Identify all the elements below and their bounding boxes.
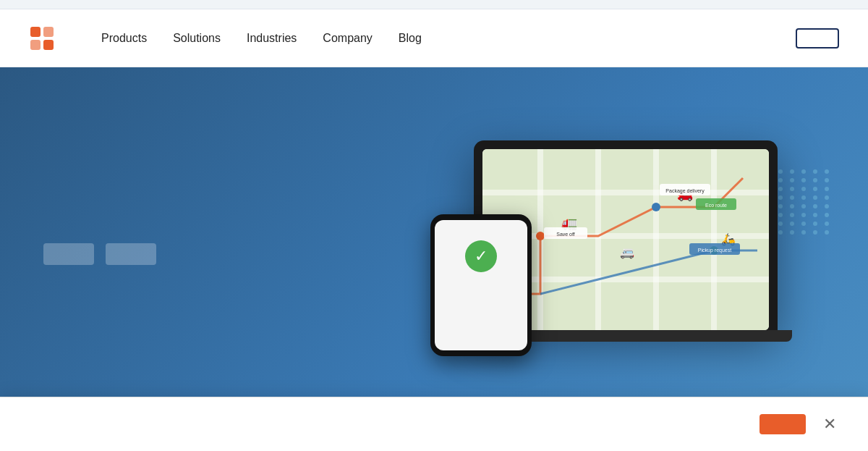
navbar: Products Solutions Industries Company Bl… [0,9,868,67]
partner-logo-1 [43,243,94,265]
cookie-actions: ✕ [745,413,839,415]
utility-bar [0,0,868,9]
laptop-mockup: ✓ [474,140,785,342]
svg-rect-2 [30,40,41,50]
svg-text:Save off: Save off [556,232,575,237]
svg-rect-3 [43,40,54,50]
nav-item-company[interactable]: Company [312,26,382,51]
delivery-success-icon: ✓ [465,240,497,272]
cookie-banner: ✕ [0,397,868,415]
logo-link[interactable] [29,25,62,51]
svg-text:Pickup request: Pickup request [698,248,731,253]
phone-screen: ✓ [435,220,527,350]
partner-logo-2 [106,243,156,265]
svg-point-17 [652,203,660,211]
svg-rect-0 [30,27,41,37]
svg-rect-1 [43,27,54,37]
partner-logos [43,243,420,265]
nav-item-products[interactable]: Products [91,26,157,51]
nav-item-industries[interactable]: Industries [237,26,307,51]
close-cookie-button[interactable]: ✕ [820,413,839,415]
svg-text:Package delivery: Package delivery [665,188,705,194]
book-demo-button[interactable] [796,28,839,49]
nav-item-blog[interactable]: Blog [388,26,432,51]
nav-links: Products Solutions Industries Company Bl… [91,26,796,51]
svg-text:🚐: 🚐 [620,245,634,259]
hero-image: const dotsContainer = document.querySele… [420,140,839,342]
nav-item-solutions[interactable]: Solutions [163,26,231,51]
bringg-logo-icon [29,25,55,51]
phone-mockup: ✓ [430,214,532,356]
svg-text:Eco route: Eco route [705,203,727,208]
hero-content [43,217,420,265]
svg-point-16 [536,232,545,240]
hero-section: const dotsContainer = document.querySele… [0,67,868,415]
allow-all-button[interactable] [760,414,806,415]
